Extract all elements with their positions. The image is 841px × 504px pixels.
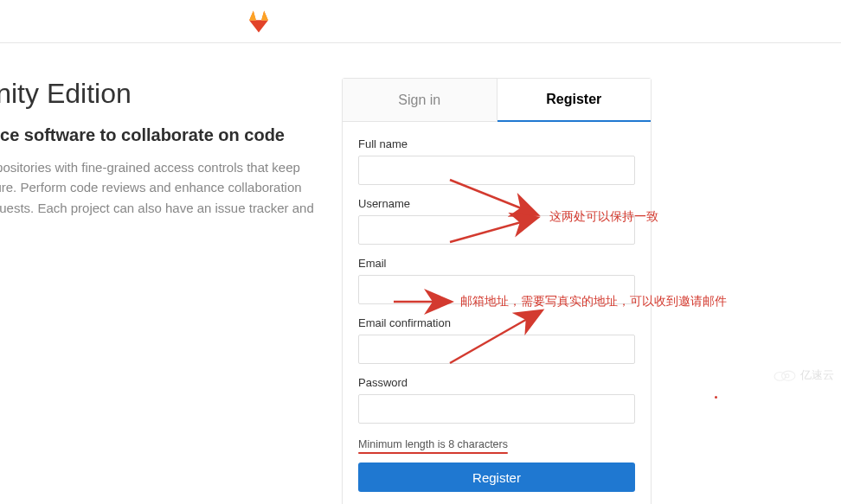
field-password: Password xyxy=(358,376,635,424)
marketing-panel: GitLab Community Edition Open source sof… xyxy=(0,78,342,504)
tab-register[interactable]: Register xyxy=(498,79,652,122)
register-button[interactable]: Register xyxy=(358,463,635,492)
username-label: Username xyxy=(358,197,635,210)
password-input[interactable] xyxy=(358,394,635,424)
svg-point-6 xyxy=(786,374,789,378)
annotation-underline-icon xyxy=(358,452,508,454)
field-email: Email xyxy=(358,257,635,304)
fullname-input[interactable] xyxy=(358,156,635,185)
page-content: GitLab Community Edition Open source sof… xyxy=(0,43,841,504)
field-username: Username xyxy=(358,197,635,245)
product-title: GitLab Community Edition xyxy=(0,78,316,110)
tab-signin[interactable]: Sign in xyxy=(343,79,498,122)
password-hint-text: Minimum length is 8 characters xyxy=(358,438,508,450)
field-fullname: Full name xyxy=(358,137,635,185)
email-confirm-input[interactable] xyxy=(358,335,635,364)
annotation-dot-icon xyxy=(715,396,717,399)
watermark-cloud-icon xyxy=(773,368,797,382)
product-subtitle: Open source software to collaborate on c… xyxy=(0,125,316,145)
watermark-text: 亿速云 xyxy=(800,367,834,383)
watermark: 亿速云 xyxy=(773,367,834,383)
product-description: Manage Git repositories with fine-graine… xyxy=(0,157,316,238)
email-confirm-label: Email confirmation xyxy=(358,316,635,329)
fullname-label: Full name xyxy=(358,137,635,150)
auth-tabs: Sign in Register xyxy=(343,79,651,122)
field-email-confirm: Email confirmation xyxy=(358,316,635,364)
password-hint: Minimum length is 8 characters xyxy=(358,438,508,450)
register-form: Full name Username Email Email confirmat… xyxy=(343,122,651,504)
gitlab-logo-icon xyxy=(247,10,271,34)
svg-point-5 xyxy=(782,371,795,380)
email-label: Email xyxy=(358,257,635,270)
password-label: Password xyxy=(358,376,635,389)
email-input[interactable] xyxy=(358,275,635,304)
top-bar xyxy=(0,0,841,43)
username-input[interactable] xyxy=(358,215,635,245)
auth-panel: Sign in Register Full name Username Emai… xyxy=(342,78,652,504)
